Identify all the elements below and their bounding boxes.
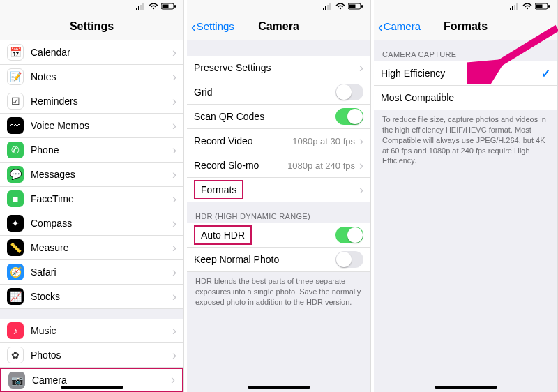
setting-grid[interactable]: Grid: [187, 80, 370, 105]
cell-label: Music: [31, 325, 172, 336]
cell-label: Measure: [31, 242, 172, 253]
settings-item-stocks[interactable]: 📈Stocks›: [0, 285, 183, 309]
svg-rect-10: [327, 5, 329, 10]
svg-rect-23: [548, 5, 550, 8]
toggle-switch[interactable]: [335, 227, 363, 243]
svg-rect-11: [329, 3, 331, 10]
cell-label: High Efficiency: [381, 68, 541, 79]
cell-label: Record Slo-mo: [194, 160, 287, 171]
cell-detail: 1080p at 30 fps: [292, 136, 355, 146]
nav-bar: ‹ Settings Camera: [187, 13, 370, 40]
cell-label: Grid: [194, 86, 335, 98]
section-header-hdr: HDR (HIGH DYNAMIC RANGE): [187, 202, 370, 223]
chevron-right-icon: ›: [172, 265, 176, 280]
chevron-right-icon: ›: [171, 372, 175, 387]
svg-rect-14: [349, 5, 356, 8]
chevron-right-icon: ›: [172, 289, 176, 304]
chevron-right-icon: ›: [359, 61, 363, 75]
cell-label: FaceTime: [31, 193, 172, 204]
wifi-icon: [335, 3, 345, 10]
cellular-signal-icon: [510, 3, 520, 10]
settings-item-safari[interactable]: 🧭Safari›: [0, 260, 183, 285]
cell-label: Calendar: [31, 47, 172, 58]
wifi-icon: [149, 3, 158, 10]
svg-rect-19: [516, 3, 518, 10]
svg-rect-3: [142, 3, 144, 10]
cell-label: Scan QR Codes: [194, 111, 335, 122]
content[interactable]: 📅Calendar›📝Notes›☑Reminders›〰Voice Memos…: [0, 40, 183, 392]
compass-app-icon: ✦: [7, 215, 24, 232]
settings-item-notes[interactable]: 📝Notes›: [0, 65, 183, 89]
status-bar: [187, 0, 370, 13]
svg-point-12: [340, 8, 341, 9]
settings-item-phone[interactable]: ✆Phone›: [0, 138, 183, 163]
home-indicator[interactable]: [61, 386, 123, 389]
cell-label: Record Video: [194, 135, 292, 146]
phone-app-icon: ✆: [7, 142, 24, 158]
content[interactable]: Preserve Settings›GridScan QR CodesRecor…: [187, 40, 370, 392]
status-bar: [374, 0, 557, 13]
wifi-icon: [522, 3, 532, 10]
svg-rect-17: [512, 6, 513, 10]
section-header-capture: CAMERA CAPTURE: [374, 40, 557, 61]
calendar-app-icon: 📅: [7, 44, 24, 61]
svg-rect-0: [136, 8, 137, 10]
settings-item-music[interactable]: ♪Music›: [0, 319, 183, 343]
cell-detail: 1080p at 240 fps: [287, 160, 355, 171]
chevron-right-icon: ›: [172, 119, 176, 133]
svg-rect-2: [140, 5, 142, 10]
camera-app-icon: 📷: [8, 372, 25, 389]
setting-preserve-settings[interactable]: Preserve Settings›: [187, 56, 370, 80]
section-footer-capture: To reduce file size, capture photos and …: [374, 110, 557, 173]
settings-item-compass[interactable]: ✦Compass›: [0, 211, 183, 236]
cell-label: Reminders: [31, 96, 172, 107]
svg-rect-8: [323, 8, 324, 10]
setting-auto-hdr[interactable]: Auto HDR: [187, 223, 370, 248]
music-app-icon: ♪: [7, 322, 24, 339]
nav-title: Formats: [444, 20, 488, 33]
svg-rect-16: [510, 8, 511, 10]
setting-record-slo-mo[interactable]: Record Slo-mo1080p at 240 fps›: [187, 153, 370, 178]
chevron-right-icon: ›: [172, 348, 176, 363]
chevron-right-icon: ›: [172, 241, 176, 255]
battery-icon: [161, 3, 176, 10]
format-option-high-efficiency[interactable]: High Efficiency✓: [374, 61, 557, 86]
cell-label: Compass: [31, 218, 172, 229]
home-indicator[interactable]: [435, 386, 497, 389]
chevron-right-icon: ›: [359, 134, 363, 149]
chevron-right-icon: ›: [172, 45, 176, 60]
setting-record-video[interactable]: Record Video1080p at 30 fps›: [187, 129, 370, 153]
cell-label: Most Compatible: [381, 92, 550, 103]
settings-item-reminders[interactable]: ☑Reminders›: [0, 89, 183, 114]
cell-label: Notes: [31, 71, 172, 82]
chevron-right-icon: ›: [172, 324, 176, 338]
chevron-right-icon: ›: [172, 216, 176, 231]
format-option-most-compatible[interactable]: Most Compatible: [374, 86, 557, 110]
settings-item-calendar[interactable]: 📅Calendar›: [0, 40, 183, 65]
setting-keep-normal-photo[interactable]: Keep Normal Photo: [187, 248, 370, 272]
home-indicator[interactable]: [248, 386, 310, 389]
cell-label: Keep Normal Photo: [194, 254, 335, 265]
content[interactable]: CAMERA CAPTUREHigh Efficiency✓Most Compa…: [374, 40, 557, 392]
cell-label: Safari: [31, 266, 172, 278]
chevron-right-icon: ›: [172, 192, 176, 206]
settings-item-facetime[interactable]: ■FaceTime›: [0, 187, 183, 211]
setting-formats[interactable]: Formats›: [187, 178, 370, 202]
back-button[interactable]: ‹ Camera: [378, 20, 421, 33]
settings-item-messages[interactable]: 💬Messages›: [0, 163, 183, 187]
chevron-right-icon: ›: [172, 94, 176, 109]
setting-scan-qr-codes[interactable]: Scan QR Codes: [187, 105, 370, 129]
toggle-switch[interactable]: [335, 108, 363, 125]
reminders-app-icon: ☑: [7, 93, 24, 110]
messages-app-icon: 💬: [7, 166, 24, 183]
back-button[interactable]: ‹ Settings: [191, 20, 234, 33]
chevron-left-icon: ‹: [191, 20, 196, 33]
settings-item-photos[interactable]: ✿Photos›: [0, 343, 183, 368]
settings-item-measure[interactable]: 📏Measure›: [0, 236, 183, 260]
battery-icon: [348, 3, 363, 10]
settings-item-voice-memos[interactable]: 〰Voice Memos›: [0, 114, 183, 138]
cell-label: Phone: [31, 144, 172, 156]
toggle-switch[interactable]: [335, 84, 363, 100]
svg-rect-1: [138, 6, 140, 10]
toggle-switch[interactable]: [335, 251, 363, 268]
